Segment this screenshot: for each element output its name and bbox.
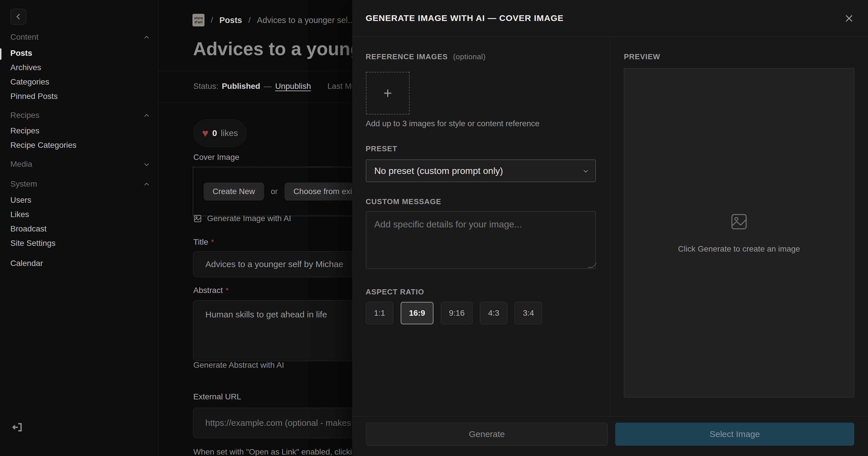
generate-image-modal: GENERATE IMAGE WITH AI — COVER IMAGE REF… [352, 0, 868, 456]
heart-icon: ♥ [202, 127, 209, 139]
chevron-left-icon [17, 14, 22, 20]
cover-image-label: Cover Image [193, 153, 239, 162]
sidebar-item-site-settings[interactable]: Site Settings [10, 237, 143, 250]
preset-select[interactable]: No preset (custom prompt only) [366, 160, 596, 182]
create-new-button[interactable]: Create New [204, 182, 264, 200]
or-text: or [271, 187, 278, 196]
aspect-ratio-1-1[interactable]: 1:1 [366, 302, 393, 324]
aspect-ratio-3-4[interactable]: 3:4 [515, 302, 542, 324]
chevron-up-icon [145, 114, 149, 118]
likes-count: 0 [212, 128, 217, 138]
sidebar-item-calendar[interactable]: Calendar [10, 257, 143, 270]
last-modified: Last Mo [328, 82, 356, 91]
status-row: Status: Published — Unpublish [193, 82, 311, 91]
optional-hint: (optional) [453, 52, 486, 61]
aspect-ratio-16-9[interactable]: 16:9 [401, 302, 433, 324]
custom-message-textarea[interactable] [366, 211, 596, 269]
reference-images-label: REFERENCE IMAGES (optional) [366, 52, 486, 61]
section-label: System [10, 179, 37, 189]
required-asterisk: * [226, 286, 229, 295]
sidebar-item-archives[interactable]: Archives [10, 61, 143, 74]
generate-abstract-ai-link[interactable]: Generate Abstract with AI [193, 361, 284, 370]
sidebar-section-recipes[interactable]: Recipes [10, 110, 148, 121]
sidebar-item-likes[interactable]: Likes [10, 208, 143, 221]
breadcrumb-separator: / [211, 16, 213, 25]
breadcrumb-separator: / [248, 16, 251, 25]
aspect-ratio-4-3[interactable]: 4:3 [480, 302, 507, 324]
breadcrumb-current: Advices to a younger sel... [257, 16, 355, 25]
status-label: Status: [193, 82, 218, 91]
reference-images-help: Add up to 3 images for style or content … [366, 119, 539, 128]
page-title: Advices to a younge [193, 38, 372, 59]
aspect-ratio-label: ASPECT RATIO [366, 287, 424, 296]
status-value: Published [222, 82, 260, 91]
likes-label: likes [221, 128, 238, 138]
logout-button[interactable] [11, 422, 23, 433]
sidebar-item-posts[interactable]: Posts [10, 47, 143, 59]
modal-title: GENERATE IMAGE WITH AI — COVER IMAGE [366, 13, 563, 23]
required-asterisk: * [211, 238, 214, 247]
custom-message-label: CUSTOM MESSAGE [366, 197, 441, 206]
abstract-field-label: Abstract* [193, 286, 229, 295]
preview-area: Click Generate to create an image [624, 68, 854, 397]
sidebar-item-users[interactable]: Users [10, 194, 143, 206]
preset-label: PRESET [366, 144, 397, 153]
chevron-up-icon [145, 36, 149, 40]
plus-icon: + [383, 85, 392, 102]
active-indicator [0, 48, 1, 60]
image-icon [193, 214, 202, 223]
site-logo[interactable]: vivre d'art [192, 14, 205, 26]
modal-footer-divider [352, 416, 868, 417]
section-label: Media [10, 160, 32, 169]
close-icon [844, 13, 854, 24]
chevron-down-icon [145, 161, 149, 166]
unpublish-link[interactable]: Unpublish [275, 82, 311, 91]
chevron-down-icon [584, 168, 588, 172]
sidebar-item-pinned-posts[interactable]: Pinned Posts [10, 90, 143, 103]
section-label: Recipes [10, 111, 39, 120]
sidebar-section-system[interactable]: System [10, 178, 148, 190]
back-button[interactable] [10, 9, 26, 25]
close-button[interactable] [844, 13, 854, 24]
preview-label: PREVIEW [624, 52, 660, 61]
sidebar-item-recipe-categories[interactable]: Recipe Categories [10, 139, 143, 151]
aspect-ratio-group: 1:1 16:9 9:16 4:3 3:4 [366, 302, 542, 324]
sidebar-item-recipes[interactable]: Recipes [10, 124, 143, 137]
chevron-up-icon [145, 182, 149, 187]
aspect-ratio-9-16[interactable]: 9:16 [441, 302, 473, 324]
sidebar-section-media[interactable]: Media [10, 159, 148, 170]
likes-badge: ♥ 0 likes [193, 119, 247, 147]
breadcrumb-posts-link[interactable]: Posts [219, 16, 242, 25]
sidebar-section-content[interactable]: Content [10, 31, 148, 43]
section-label: Content [10, 32, 38, 42]
sidebar-item-categories[interactable]: Categories [10, 76, 143, 88]
preview-empty-text: Click Generate to create an image [678, 245, 800, 254]
preset-selected-value: No preset (custom prompt only) [374, 166, 503, 176]
modal-header: GENERATE IMAGE WITH AI — COVER IMAGE [352, 0, 868, 36]
divider [159, 71, 357, 71]
add-reference-image-button[interactable]: + [366, 72, 410, 114]
divider [159, 103, 357, 103]
image-placeholder-icon [730, 212, 748, 231]
sidebar: Content Posts Archives Categories Pinned… [0, 0, 158, 456]
title-field-label: Title* [193, 237, 214, 247]
select-image-button[interactable]: Select Image [615, 423, 854, 446]
sidebar-item-broadcast[interactable]: Broadcast [10, 223, 143, 235]
generate-image-ai-link[interactable]: Generate Image with AI [193, 214, 291, 223]
external-url-label: External URL [193, 392, 241, 401]
external-url-help: When set with "Open as Link" enabled, cl… [193, 447, 356, 456]
logout-icon [11, 422, 23, 433]
generate-button[interactable]: Generate [366, 423, 608, 446]
breadcrumb: vivre d'art / Posts / Advices to a young… [192, 11, 355, 29]
status-dash: — [264, 82, 272, 91]
